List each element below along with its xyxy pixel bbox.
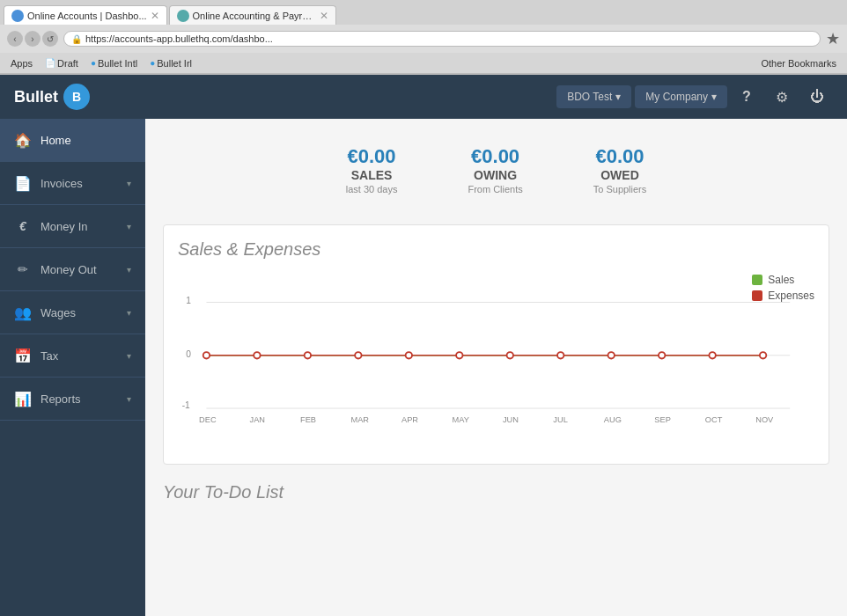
svg-text:NOV: NOV bbox=[755, 415, 774, 424]
bullet-intl-bookmark[interactable]: ● Bullet Intl bbox=[87, 57, 141, 70]
forward-button[interactable]: › bbox=[25, 31, 41, 47]
tab-1[interactable]: Online Accounts | Dashbo... ✕ bbox=[4, 5, 167, 25]
sidebar-item-home[interactable]: 🏠 Home bbox=[0, 119, 145, 162]
address-text: https://accounts-app.bullethq.com/dashbo… bbox=[85, 33, 273, 44]
sidebar-item-wages-label: Wages bbox=[41, 306, 118, 319]
svg-point-10 bbox=[406, 352, 412, 358]
stat-sales-label: SALES bbox=[346, 168, 398, 182]
money-out-icon: ✏ bbox=[14, 260, 32, 278]
sidebar-item-wages[interactable]: 👥 Wages ▾ bbox=[0, 291, 145, 334]
stats-bar: €0.00 SALES last 30 days €0.00 OWING Fro… bbox=[163, 136, 829, 203]
svg-text:DEC: DEC bbox=[199, 415, 217, 424]
tax-icon: 📅 bbox=[14, 347, 32, 364]
draft-bookmark[interactable]: 📄 Draft bbox=[41, 57, 82, 70]
stat-owing-sub: From Clients bbox=[468, 184, 522, 194]
svg-text:FEB: FEB bbox=[300, 415, 316, 424]
apps-bookmark[interactable]: Apps bbox=[7, 57, 36, 70]
other-bookmarks[interactable]: Other Bookmarks bbox=[757, 57, 840, 70]
power-button[interactable]: ⏻ bbox=[801, 81, 833, 113]
sidebar-item-reports[interactable]: 📊 Reports ▾ bbox=[0, 378, 145, 421]
svg-text:1: 1 bbox=[186, 296, 191, 305]
tab-1-favicon bbox=[11, 10, 24, 22]
sidebar-item-reports-label: Reports bbox=[41, 392, 118, 406]
address-box[interactable]: 🔒 https://accounts-app.bullethq.com/dash… bbox=[63, 31, 821, 47]
bdo-test-button[interactable]: BDO Test ▾ bbox=[556, 85, 631, 108]
sidebar-item-money-out[interactable]: ✏ Money Out ▾ bbox=[0, 248, 145, 291]
chart-svg: 1 0 -1 bbox=[178, 274, 814, 432]
chart-container: Sales Expenses 1 0 -1 bbox=[178, 274, 814, 450]
svg-text:JUL: JUL bbox=[553, 415, 567, 424]
logo-area: Bullet B bbox=[14, 84, 556, 110]
sidebar-item-money-out-label: Money Out bbox=[41, 263, 118, 276]
gear-icon: ⚙ bbox=[776, 89, 788, 106]
legend-sales: Sales bbox=[752, 274, 814, 286]
stat-owed-amount: €0.00 bbox=[593, 145, 647, 168]
money-out-arrow-icon: ▾ bbox=[127, 265, 131, 275]
invoices-arrow-icon: ▾ bbox=[127, 179, 131, 188]
money-in-icon: € bbox=[14, 217, 32, 235]
stat-owing-label: OWING bbox=[468, 168, 522, 182]
logo-text: Bullet bbox=[14, 88, 58, 106]
nav-buttons: ‹ › ↺ bbox=[7, 31, 58, 47]
sidebar-item-tax-label: Tax bbox=[41, 349, 118, 363]
svg-point-11 bbox=[456, 352, 462, 358]
stat-owed-sub: To Suppliers bbox=[593, 184, 647, 194]
tab-1-close[interactable]: ✕ bbox=[151, 10, 159, 22]
stat-sales-sub: last 30 days bbox=[346, 184, 398, 194]
stat-owing: €0.00 OWING From Clients bbox=[468, 145, 522, 194]
sidebar-item-home-label: Home bbox=[41, 134, 131, 147]
svg-text:-1: -1 bbox=[182, 400, 190, 410]
bookmark-star-icon[interactable]: ★ bbox=[826, 29, 840, 48]
logo-icon: B bbox=[63, 84, 90, 110]
svg-point-15 bbox=[659, 352, 665, 358]
wages-arrow-icon: ▾ bbox=[127, 308, 131, 318]
address-bar-row: ‹ › ↺ 🔒 https://accounts-app.bullethq.co… bbox=[0, 25, 847, 53]
svg-point-14 bbox=[608, 352, 614, 358]
invoices-icon: 📄 bbox=[14, 174, 32, 192]
svg-text:JUN: JUN bbox=[503, 415, 519, 424]
sidebar-item-invoices[interactable]: 📄 Invoices ▾ bbox=[0, 162, 145, 205]
bullet-irl-bookmark[interactable]: ● Bullet Irl bbox=[146, 57, 195, 70]
settings-button[interactable]: ⚙ bbox=[766, 81, 798, 113]
sidebar-item-money-in[interactable]: € Money In ▾ bbox=[0, 205, 145, 248]
svg-text:APR: APR bbox=[401, 415, 418, 424]
main-content: €0.00 SALES last 30 days €0.00 OWING Fro… bbox=[145, 119, 847, 616]
sidebar-item-money-in-label: Money In bbox=[41, 220, 118, 233]
svg-text:AUG: AUG bbox=[604, 415, 622, 424]
svg-point-7 bbox=[254, 352, 260, 358]
money-in-arrow-icon: ▾ bbox=[127, 222, 131, 231]
my-company-button[interactable]: My Company ▾ bbox=[635, 85, 727, 108]
reports-icon: 📊 bbox=[14, 390, 32, 407]
reload-button[interactable]: ↺ bbox=[42, 31, 58, 47]
tab-2-close[interactable]: ✕ bbox=[320, 10, 328, 22]
tab-2[interactable]: Online Accounting & Payro... ✕ bbox=[169, 5, 336, 25]
sales-legend-label: Sales bbox=[768, 274, 794, 286]
home-icon: 🏠 bbox=[14, 131, 32, 149]
expenses-legend-label: Expenses bbox=[768, 290, 814, 302]
svg-point-12 bbox=[507, 352, 513, 358]
sales-legend-dot bbox=[752, 275, 762, 285]
bdo-dropdown-icon: ▾ bbox=[615, 91, 621, 103]
tab-2-title: Online Accounting & Payro... bbox=[193, 11, 316, 21]
lock-icon: 🔒 bbox=[71, 34, 82, 44]
stat-sales: €0.00 SALES last 30 days bbox=[346, 145, 398, 194]
help-button[interactable]: ? bbox=[731, 81, 762, 113]
sidebar-item-invoices-label: Invoices bbox=[41, 177, 118, 190]
chart-title: Sales & Expenses bbox=[178, 239, 814, 260]
svg-text:SEP: SEP bbox=[654, 415, 671, 424]
todo-title: Your To-Do List bbox=[163, 482, 829, 502]
browser-chrome: Online Accounts | Dashbo... ✕ Online Acc… bbox=[0, 0, 847, 75]
back-button[interactable]: ‹ bbox=[7, 31, 23, 47]
svg-text:JAN: JAN bbox=[250, 415, 265, 424]
main-layout: 🏠 Home 📄 Invoices ▾ € Money In ▾ ✏ Money… bbox=[0, 119, 847, 616]
svg-point-13 bbox=[557, 352, 563, 358]
sidebar-item-tax[interactable]: 📅 Tax ▾ bbox=[0, 334, 145, 378]
svg-point-16 bbox=[709, 352, 715, 358]
reports-arrow-icon: ▾ bbox=[127, 394, 131, 404]
svg-text:OCT: OCT bbox=[705, 415, 723, 424]
tab-1-title: Online Accounts | Dashbo... bbox=[27, 11, 147, 21]
chart-section: Sales & Expenses Sales Expenses 1 0 bbox=[163, 224, 829, 465]
bookmark-bar: Apps 📄 Draft ● Bullet Intl ● Bullet Irl … bbox=[0, 53, 847, 74]
expenses-legend-dot bbox=[752, 290, 762, 301]
wages-icon: 👥 bbox=[14, 304, 32, 321]
